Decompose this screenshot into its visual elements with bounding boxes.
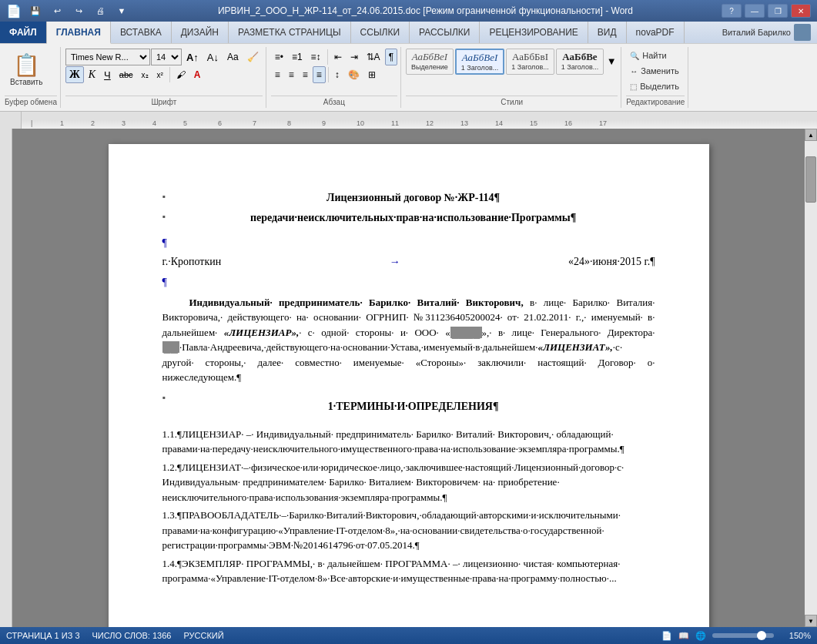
highlight-button[interactable]: 🖌 xyxy=(172,66,189,83)
tab-review[interactable]: РЕЦЕНЗИРОВАНИЕ xyxy=(480,22,588,43)
clear-format-button[interactable]: 🧹 xyxy=(243,49,263,65)
change-case-button[interactable]: Aa xyxy=(223,49,243,65)
replace-button[interactable]: ↔ Заменить xyxy=(626,64,682,78)
user-name: Виталий Барилко xyxy=(722,28,791,37)
ruler-mark-10: 10 xyxy=(357,119,364,127)
quick-redo[interactable]: ↪ xyxy=(71,4,86,18)
zoom-slider[interactable] xyxy=(712,633,774,638)
decrease-indent-button[interactable]: ⇤ xyxy=(330,49,346,65)
layout-read-button[interactable]: 📖 xyxy=(678,631,689,641)
tab-novapdf[interactable]: novaPDF xyxy=(627,22,685,43)
tab-references[interactable]: ССЫЛКИ xyxy=(351,22,410,43)
ruler-mark-6: 6 xyxy=(218,119,222,127)
font-content: Times New R... 14 A↑ A↓ Aa 🧹 Ж К Ч xyxy=(65,49,263,94)
ruler-area: | 1 2 3 4 5 6 7 8 9 10 11 12 13 14 15 16… xyxy=(0,112,817,129)
ruler-mark-1: 1 xyxy=(60,119,64,127)
tab-insert[interactable]: ВСТАВКА xyxy=(111,22,172,43)
maximize-button[interactable]: ❐ xyxy=(768,4,788,18)
tab-mailings[interactable]: РАССЫЛКИ xyxy=(410,22,480,43)
vertical-ruler xyxy=(0,129,12,627)
shrink-font-button[interactable]: A↓ xyxy=(203,49,223,65)
sep2 xyxy=(327,49,328,65)
minimize-button[interactable]: — xyxy=(745,4,765,18)
doc-scroll-area[interactable]: ▪ Лицензионный договор №·ЖР-114¶ ▪ перед… xyxy=(12,129,805,627)
tab-file[interactable]: ФАЙЛ xyxy=(0,22,47,43)
ruler-mark-16: 16 xyxy=(564,119,572,127)
styles-gallery: АаБбВеI Выделение АаБбВеI 1 Заголов... А… xyxy=(406,49,618,75)
group-styles: АаБбВеI Выделение АаБбВеI 1 Заголов... А… xyxy=(403,47,621,108)
bullets-button[interactable]: ≡• xyxy=(271,49,287,65)
tab-view[interactable]: ВИД xyxy=(588,22,627,43)
grow-font-button[interactable]: A↑ xyxy=(182,49,203,65)
font-family-select[interactable]: Times New R... xyxy=(65,49,150,65)
ribbon-content: 📋 Вставить Буфер обмена Times New R... 1… xyxy=(0,43,817,111)
app-window: 📄 💾 ↩ ↪ 🖨 ▼ ИРВИН_2_ООО_Н_ЖР-114_от_24.0… xyxy=(0,0,817,644)
underline-button[interactable]: Ч xyxy=(100,66,115,83)
align-left-button[interactable]: ≡ xyxy=(271,66,284,83)
align-center-button[interactable]: ≡ xyxy=(285,66,298,83)
section1-title: 1·ТЕРМИНЫ·И·ОПРЕДЕЛЕНИЯ¶ xyxy=(172,399,655,414)
tab-home[interactable]: ГЛАВНАЯ xyxy=(47,22,111,44)
font-size-select[interactable]: 14 xyxy=(151,49,182,65)
replace-icon: ↔ xyxy=(630,67,638,75)
group-font: Times New R... 14 A↑ A↓ Aa 🧹 Ж К Ч xyxy=(62,47,266,108)
layout-web-button[interactable]: 🌐 xyxy=(695,631,706,641)
font-row2: Ж К Ч abc x₂ x² 🖌 A xyxy=(65,66,205,83)
subscript-button[interactable]: x₂ xyxy=(138,66,152,83)
scroll-track[interactable] xyxy=(805,141,817,615)
select-button[interactable]: ⬚ Выделить xyxy=(626,79,683,93)
title-bar: 📄 💾 ↩ ↪ 🖨 ▼ ИРВИН_2_ООО_Н_ЖР-114_от_24.0… xyxy=(0,0,817,22)
help-button[interactable]: ? xyxy=(722,4,742,18)
close-button[interactable]: ✕ xyxy=(791,4,811,18)
borders-button[interactable]: ⊞ xyxy=(364,66,380,83)
align-justify-button[interactable]: ≡ xyxy=(313,66,326,83)
zoom-thumb[interactable] xyxy=(757,631,766,640)
numbering-button[interactable]: ≡1 xyxy=(288,49,306,65)
tab-design[interactable]: ДИЗАЙН xyxy=(172,22,229,43)
style-heading2[interactable]: АаБбБвI 1 Заголов... xyxy=(506,49,554,75)
tab-layout[interactable]: РАЗМЕТКА СТРАНИЦЫ xyxy=(229,22,351,43)
sort-button[interactable]: ⇅A xyxy=(363,49,384,65)
quick-print[interactable]: 🖨 xyxy=(92,4,108,18)
location-para-mark: ¶ xyxy=(162,277,167,288)
editing-content: 🔍 Найти ↔ Заменить ⬚ Выделить xyxy=(626,49,685,94)
shading-button[interactable]: 🎨 xyxy=(344,66,363,83)
title-bar-controls: ? — ❐ ✕ xyxy=(722,4,811,18)
scroll-thumb[interactable] xyxy=(805,156,816,203)
item-1-2: 1.2.¶ЛИЦЕНЗИАТ·–·физическое·или·юридичес… xyxy=(162,460,655,505)
line-spacing-button[interactable]: ↕ xyxy=(331,66,343,83)
scroll-down-button[interactable]: ▼ xyxy=(805,615,817,627)
multilevel-button[interactable]: ≡↕ xyxy=(307,49,325,65)
style-heading1[interactable]: АаБбВеI 1 Заголов... xyxy=(455,49,504,75)
item-1-4: 1.4.¶ЭКЗЕМПЛЯР· ПРОГРАММЫ,· в· дальнейше… xyxy=(162,556,655,586)
style-heading3-label: 1 Заголов... xyxy=(561,63,598,71)
ruler-mark-13: 13 xyxy=(460,119,468,127)
scroll-up-button[interactable]: ▲ xyxy=(805,129,817,141)
font-row1: Times New R... 14 A↑ A↓ Aa 🧹 xyxy=(65,49,263,65)
location-underline: ¶ xyxy=(162,275,655,290)
style-selection[interactable]: АаБбВеI Выделение xyxy=(406,49,454,75)
align-right-button[interactable]: ≡ xyxy=(299,66,312,83)
bold-button[interactable]: Ж xyxy=(65,66,84,83)
style-heading1-preview: АаБбВеI xyxy=(462,52,498,64)
increase-indent-button[interactable]: ⇥ xyxy=(347,49,362,65)
quick-more[interactable]: ▼ xyxy=(114,4,129,18)
user-avatar xyxy=(794,24,811,41)
style-heading3[interactable]: АаБбВе 1 Заголов... xyxy=(556,49,604,75)
vertical-scrollbar[interactable]: ▲ ▼ xyxy=(805,129,817,627)
find-button[interactable]: 🔍 Найти xyxy=(626,49,670,62)
layout-print-button[interactable]: 📄 xyxy=(661,631,672,641)
style-selection-preview: АаБбВеI xyxy=(412,51,448,63)
italic-button[interactable]: К xyxy=(85,66,99,83)
doc-date-text: «24»·июня·2015 г.¶ xyxy=(568,254,655,270)
quick-save[interactable]: 💾 xyxy=(28,4,43,18)
superscript-button[interactable]: x² xyxy=(153,66,167,83)
quick-undo[interactable]: ↩ xyxy=(49,4,65,18)
font-color-button[interactable]: A xyxy=(190,66,205,83)
styles-more-button[interactable]: ▼ xyxy=(605,49,618,75)
sep1 xyxy=(169,67,170,82)
clipboard-label: Буфер обмена xyxy=(5,96,57,106)
show-marks-button[interactable]: ¶ xyxy=(385,49,397,65)
paste-button[interactable]: 📋 Вставить xyxy=(5,49,48,90)
strikethrough-button[interactable]: abc xyxy=(116,66,137,83)
